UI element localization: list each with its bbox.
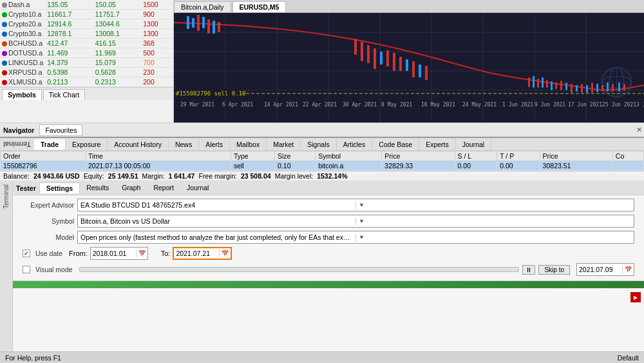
terminal-tab-journal[interactable]: Journal (456, 139, 491, 150)
skip-calendar-icon[interactable]: 📅 (622, 266, 634, 273)
use-date-checkbox[interactable] (23, 250, 30, 257)
svg-text:29 Mar 2021: 29 Mar 2021 (180, 102, 214, 108)
bottom-bar: For Help, press F1 Default (0, 351, 644, 363)
svg-rect-30 (419, 64, 421, 77)
terminal-tab-news[interactable]: News (169, 139, 199, 150)
symbol-name[interactable]: BCHUSD.a (0, 39, 45, 48)
svg-rect-28 (406, 59, 408, 71)
terminal-side-label: Terminal (3, 184, 10, 209)
svg-rect-21 (361, 42, 363, 61)
symbol-change: 1300 (141, 19, 173, 29)
tester-tab-graph[interactable]: Graph (115, 182, 147, 193)
terminal-tab-exposure[interactable]: Exposure (66, 139, 108, 150)
symbol-bid: 14.379 (45, 58, 93, 68)
expert-advisor-label: Expert Advisor (23, 201, 74, 209)
tab-symbols[interactable]: Symbols (2, 89, 42, 100)
symbol-name[interactable]: DOTUSD.a (0, 48, 45, 58)
terminal-body: Terminal Tester SettingsResultsGraphRepo… (0, 181, 644, 351)
symbol-row: Symbol Bitcoin.a, Bitcoin vs US Dollar ▼ (23, 215, 634, 228)
symbol-ask: 416.15 (93, 39, 141, 48)
terminal-tab-articles[interactable]: Articles (337, 139, 372, 150)
order-header: Price (540, 152, 612, 161)
symbol-name[interactable]: Dash.a (0, 0, 45, 10)
order-row[interactable]: 1550827962021.07.13 00:05:00sell0.10bitc… (1, 161, 644, 171)
terminal-tab-market[interactable]: Market (267, 139, 301, 150)
from-date-input[interactable] (91, 249, 136, 258)
use-date-label: Use date (35, 250, 62, 257)
svg-rect-37 (551, 81, 553, 90)
chevron-down-icon[interactable]: ▼ (355, 233, 634, 241)
tester-tab-settings[interactable]: Settings (39, 182, 80, 193)
margin-level-value: 1532.14% (317, 172, 347, 180)
terminal-tab-code-base[interactable]: Code Base (372, 139, 419, 150)
terminal-tab-mailbox[interactable]: Mailbox (230, 139, 267, 150)
svg-text:6 Apr 2021: 6 Apr 2021 (222, 102, 253, 108)
symbol-change: 368 (141, 39, 173, 48)
terminal-tabs: TradeExposureAccount HistoryNewsAlertsMa… (34, 139, 491, 150)
symbol-name[interactable]: LINKUSD.a (0, 58, 45, 68)
symbol-change: 1300 (141, 29, 173, 39)
tab-bitcoin-daily[interactable]: Bitcoin.a,Daily (174, 1, 231, 12)
visual-mode-slider[interactable] (79, 267, 520, 272)
skip-to-button[interactable]: Skip to (538, 265, 570, 275)
tester-header: Tester SettingsResultsGraphReportJournal (13, 181, 644, 195)
balance-value: 24 943.66 USD (33, 172, 80, 180)
svg-text:1 Jun 2021: 1 Jun 2021 (502, 102, 533, 108)
symbol-name[interactable]: Crypto10.a (0, 10, 45, 19)
symbol-bid: 412.47 (45, 39, 93, 48)
margin-level-label: Margin level: (275, 172, 314, 180)
svg-rect-46 (596, 84, 598, 92)
symbol-ask: 13044.6 (93, 19, 141, 29)
from-calendar-icon[interactable]: 📅 (136, 250, 147, 257)
model-row: Model Open prices only (fastest method t… (23, 231, 634, 244)
play-button[interactable] (630, 292, 641, 302)
to-date-input-wrap[interactable]: 📅 (173, 247, 232, 260)
symbol-bid: 11661.7 (45, 10, 93, 19)
pause-button[interactable]: ⏸ (522, 265, 535, 275)
symbol-name[interactable]: XLMUSD.a (0, 77, 45, 87)
from-date-input-wrap[interactable]: 📅 (90, 247, 148, 260)
terminal-tab-trade[interactable]: Trade (34, 139, 66, 150)
skip-date-input[interactable] (577, 265, 622, 274)
tab-tick-chart[interactable]: Tick Chart (43, 89, 85, 100)
chevron-down-icon[interactable]: ▼ (355, 217, 634, 225)
svg-rect-40 (565, 83, 567, 90)
to-calendar-icon[interactable]: 📅 (219, 250, 231, 257)
order-header: Time (86, 152, 231, 161)
svg-rect-41 (571, 84, 573, 93)
terminal-header: Terminal TradeExposureAccount HistoryNew… (0, 137, 644, 151)
order-cell: 30823.51 (540, 161, 612, 171)
svg-text:25 Jun 2021: 25 Jun 2021 (602, 102, 636, 108)
terminal-tab-alerts[interactable]: Alerts (199, 139, 230, 150)
symbol-dropdown[interactable]: Bitcoin.a, Bitcoin vs US Dollar ▼ (77, 215, 634, 228)
tester-tab-journal[interactable]: Journal (180, 182, 215, 193)
symbol-name[interactable]: Crypto20.a (0, 19, 45, 29)
date-row: Use date From: 📅 To: (23, 247, 634, 260)
svg-text:17 Jun 2021: 17 Jun 2021 (568, 102, 602, 108)
model-dropdown[interactable]: Open prices only (fastest method to anal… (77, 231, 634, 244)
to-date-input[interactable] (174, 249, 219, 258)
svg-rect-42 (576, 85, 578, 92)
tester-label: Tester (16, 184, 36, 192)
order-header: Co (612, 152, 643, 161)
tester-tab-report[interactable]: Report (147, 182, 180, 193)
terminal-tab-experts[interactable]: Experts (419, 139, 456, 150)
svg-rect-26 (393, 53, 395, 71)
navigator-close-btn[interactable]: ✕ (636, 126, 642, 134)
svg-text:22 Apr 2021: 22 Apr 2021 (303, 102, 337, 108)
visual-mode-checkbox[interactable] (23, 266, 30, 273)
terminal-tab-signals[interactable]: Signals (301, 139, 336, 150)
svg-rect-23 (374, 48, 376, 69)
equity-value: 25 149.51 (108, 172, 138, 180)
svg-text:3 Jul 2021: 3 Jul 2021 (636, 102, 644, 108)
navigator-tab-favourites[interactable]: Favourites (39, 124, 82, 136)
symbol-change: 1500 (141, 0, 173, 10)
chevron-down-icon[interactable]: ▼ (355, 201, 634, 209)
symbol-name[interactable]: Crypto30.a (0, 29, 45, 39)
expert-advisor-dropdown[interactable]: EA Studio BTCUSD D1 48765275.ex4 ▼ (77, 199, 634, 211)
tab-eurusd-m5[interactable]: EURUSD,M5 (232, 1, 287, 12)
terminal-tab-account-history[interactable]: Account History (108, 139, 169, 150)
skip-date-input-wrap[interactable]: 📅 (576, 263, 634, 276)
tester-tab-results[interactable]: Results (80, 182, 115, 193)
symbol-name[interactable]: XRPUSD.a (0, 68, 45, 77)
